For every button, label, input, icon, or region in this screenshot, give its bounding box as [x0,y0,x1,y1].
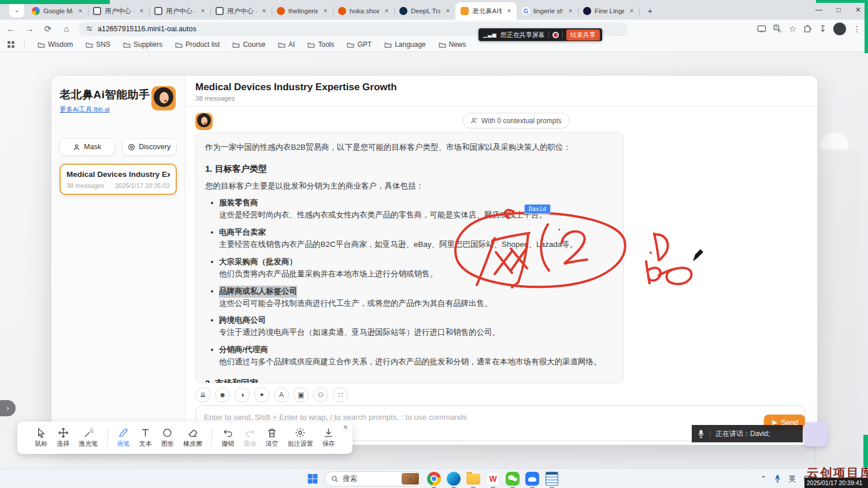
tool-settings[interactable]: 批注设置 [288,427,313,448]
maximize-button[interactable]: □ [829,0,848,20]
bookmark-folder-course[interactable]: Course [232,40,265,49]
tab-close-icon[interactable]: × [383,7,391,15]
tab-user-center-2[interactable]: 用户中心 - 首页× [149,2,210,20]
tab-close-icon[interactable]: × [76,7,84,15]
tool-clear[interactable]: 清空 [266,427,279,448]
bookmark-folder-ai[interactable]: AI [278,40,295,49]
edge-icon [447,472,461,486]
taskbar-chrome[interactable] [426,471,442,486]
tab-ai-assistant-active[interactable]: 老北鼻AI智能助手× [455,2,517,20]
mask-button[interactable]: Mask [60,138,115,156]
cast-icon[interactable] [757,25,766,33]
tool-pen-active[interactable]: 画笔 [117,427,130,448]
home-button[interactable]: ⌂ [59,21,74,36]
tool-shape[interactable]: 图形 [161,427,174,448]
taskbar-search[interactable]: 搜索 ♪ [325,471,422,486]
bookmark-folder-language[interactable]: Language [384,40,425,49]
bookmark-folder-product-list[interactable]: Product list [175,40,220,49]
font-size-icon[interactable]: A [274,387,289,402]
model-robot-icon[interactable]: ⚇ [313,387,328,402]
taskbar-netdisk[interactable] [525,471,540,486]
stop-share-button[interactable]: 结束共享 [566,29,600,40]
tab-search-button[interactable]: ⌄ [9,2,24,17]
tab-close-icon[interactable]: × [260,7,268,15]
chat-header: Medical Devices Industry Expertise Growt… [186,76,817,107]
forward-button[interactable]: → [22,21,37,36]
tab-close-icon[interactable]: × [199,7,207,15]
bookmark-folder-sns[interactable]: SNS [86,40,110,49]
image-upload-icon[interactable]: ▣ [294,387,309,402]
taskbar-edge[interactable] [446,471,461,486]
tab-close-icon[interactable]: × [505,7,513,15]
chat-list-item[interactable]: Medical Devices Industry Exp... 38 messa… [60,164,177,195]
language-icon[interactable]: ◑ [235,387,250,402]
floating-widget[interactable] [803,422,828,446]
scroll-to-bottom-icon[interactable]: ⇊ [195,387,210,402]
extensions-icon[interactable] [803,24,812,33]
tool-select[interactable]: 选择 [57,427,69,448]
downloads-icon[interactable]: ↧ [819,24,826,34]
browser-navbar: ← → ⟳ ⌂ a12657915116.mini1-oai.autos ☆ ↧… [0,20,868,38]
tab-user-center-1[interactable]: 用户中心 - 首页× [88,2,149,20]
taskbar-wechat[interactable] [505,471,520,486]
site-favicon [216,7,224,15]
start-button[interactable] [305,471,320,486]
tab-close-icon[interactable]: × [321,7,329,15]
back-button[interactable]: ← [3,21,18,36]
tool-save[interactable]: 保存 [322,427,335,448]
tab-lingerie-search[interactable]: Glingerie shop - G× [517,2,578,20]
tab-google-maps[interactable]: Google Maps× [27,2,88,20]
site-favicon [583,7,591,15]
tab-close-icon[interactable]: × [138,7,146,15]
toolbar-close-icon[interactable]: ✕ [343,423,348,431]
bookmark-folder-gpt[interactable]: GPT [347,40,372,49]
tab-hoka-shoes[interactable]: hoka shoes: Ove× [333,2,394,20]
minimize-button[interactable]: — [809,0,829,20]
prompt-wand-icon[interactable]: ✦ [254,387,269,402]
tab-user-center-3[interactable]: 用户中心 - 首页× [210,2,272,20]
tab-close-icon[interactable]: × [628,7,636,15]
contextual-prompts-pill[interactable]: With 0 contextual prompts [463,113,569,128]
discovery-button[interactable]: Discovery [122,138,177,156]
ai-chat-app-window: 老北鼻Ai智能助手 更多Ai工具:lbb.ai Mask Discovery M… [51,75,818,445]
tab-fine-lingerie[interactable]: Fine Lingerie, Sle× [578,2,639,20]
pencil-icon [118,427,129,438]
folder-icon [439,42,446,48]
tool-text[interactable]: 文本 [139,427,152,448]
expand-panel-handle[interactable]: › [0,400,16,416]
reload-button[interactable]: ⟳ [40,21,55,36]
tool-undo[interactable]: 撤销 [221,427,234,448]
menu-kebab-icon[interactable]: ⋮ [853,24,861,34]
profile-avatar[interactable] [833,23,846,35]
apps-grid-icon[interactable] [7,40,15,49]
plugins-grid-icon[interactable]: ∷ [333,387,348,402]
taskbar-wps[interactable]: W [485,471,500,486]
tool-eraser[interactable]: 橡皮擦 [183,427,202,448]
new-tab-button[interactable]: + [643,3,658,18]
assistant-message-bubble: 作为一家中国的性感内衣B2B贸易商，以下是您可能的目标客户类型、市场和国家以及采… [195,132,624,383]
tool-mouse[interactable]: 鼠标 [35,427,47,448]
more-tools-link[interactable]: 更多Ai工具:lbb.ai [60,105,110,114]
share-border-top-left [0,0,110,4]
taskbar-notes[interactable] [544,471,559,486]
tab-thelingerieshop[interactable]: thelingerieshop× [272,2,333,20]
tab-close-icon[interactable]: × [566,7,574,15]
eraser-icon [187,427,198,438]
bookmark-folder-wisdom[interactable]: Wisdom [38,40,73,49]
ime-indicator[interactable]: 英 [789,474,796,484]
tool-laser[interactable]: 激光笔 [79,427,98,448]
tray-expand-icon[interactable]: ⌃ [761,475,766,483]
bookmark-folder-tools[interactable]: Tools [307,40,334,49]
bookmark-folder-news[interactable]: News [439,40,466,49]
tray-microphone-icon[interactable] [774,475,781,483]
theme-icon[interactable]: ☻ [215,387,230,402]
bookmark-folder-suppliers[interactable]: Suppliers [123,40,162,49]
bookmarks-bar: Wisdom SNS Suppliers Product list Course… [0,38,868,52]
tab-deepl[interactable]: DeepL Translate:× [394,2,455,20]
translate-icon[interactable] [773,24,782,33]
taskbar-explorer[interactable] [466,471,481,486]
share-border-top-right [816,0,868,3]
tab-close-icon[interactable]: × [444,7,452,15]
bookmark-star-icon[interactable]: ☆ [789,24,796,34]
chat-message-count: 38 messages [195,95,817,102]
